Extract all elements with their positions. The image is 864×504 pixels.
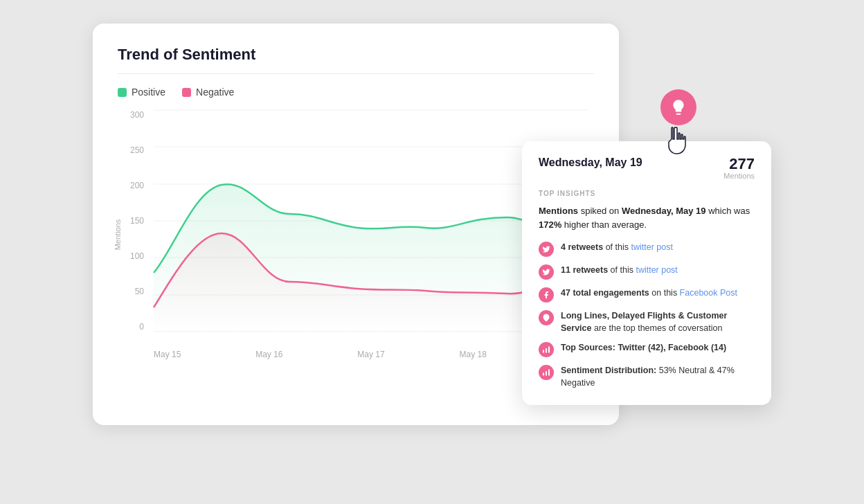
insight-mentions-word: Mentions	[539, 206, 578, 216]
tooltip-item-4-text: Long Lines, Delayed Flights & Customer S…	[561, 309, 755, 334]
tooltip-item-1-text: 4 retweets of this twitter post	[561, 241, 673, 253]
twitter-post-link-2[interactable]: twitter post	[636, 265, 677, 275]
y-label-250: 250	[130, 145, 144, 155]
tooltip-mentions-block: 277 Mentions	[723, 156, 755, 180]
sentiment-chart-icon	[542, 368, 550, 377]
twitter-icon-2	[539, 264, 554, 280]
svg-rect-11	[543, 350, 544, 353]
pointer-icon	[660, 89, 696, 161]
tooltip-mentions-label: Mentions	[723, 172, 755, 180]
chart-divider	[118, 73, 594, 74]
facebook-post-link[interactable]: Facebook Post	[680, 288, 737, 298]
y-axis-title: Mentions	[114, 219, 122, 251]
tooltip-card: Wednesday, May 19 277 Mentions TOP INSIG…	[522, 141, 771, 405]
x-label-may18: May 18	[459, 350, 486, 359]
tooltip-item-5-text: Top Sources: Twitter (42), Facebook (14)	[561, 341, 726, 354]
bar-chart-icon-1	[539, 342, 554, 357]
y-label-300: 300	[130, 110, 144, 120]
map-pin-icon	[542, 314, 550, 322]
lightbulb-icon	[669, 98, 687, 116]
bar-chart-icon	[542, 345, 550, 354]
negative-label: Negative	[196, 87, 234, 98]
svg-rect-14	[543, 373, 544, 376]
svg-rect-10	[546, 348, 547, 353]
tooltip-item-3: 47 total engagements on this Facebook Po…	[539, 287, 755, 303]
tooltip-item-6-text: Sentiment Distribution: 53% Neutral & 47…	[561, 364, 755, 389]
y-axis-labels: 300 250 200 150 100 50 0	[118, 110, 148, 332]
cursor-hand	[666, 127, 691, 161]
tooltip-header: Wednesday, May 19 277 Mentions	[539, 156, 755, 180]
y-label-200: 200	[130, 181, 144, 190]
tooltip-item-3-text: 47 total engagements on this Facebook Po…	[561, 287, 737, 299]
twitter-icon-1	[539, 242, 554, 257]
tooltip-item-4: Long Lines, Delayed Flights & Customer S…	[539, 309, 755, 334]
y-label-0: 0	[139, 322, 144, 332]
x-label-may16: May 16	[255, 350, 282, 359]
tooltip-items: 4 retweets of this twitter post 11 retwe…	[539, 241, 755, 390]
tooltip-insight-main: Mentions spiked on Wednesday, May 19 whi…	[539, 204, 755, 231]
location-icon	[539, 310, 554, 325]
tooltip-item-6: Sentiment Distribution: 53% Neutral & 47…	[539, 364, 755, 389]
tooltip-item-2: 11 retweets of this twitter post	[539, 264, 755, 280]
negative-dot	[182, 88, 191, 97]
x-label-may17: May 17	[357, 350, 384, 359]
tooltip-date: Wednesday, May 19	[539, 156, 642, 169]
tooltip-item-2-text: 11 retweets of this twitter post	[561, 264, 678, 276]
bar-chart-icon-2	[539, 365, 554, 380]
svg-rect-12	[548, 370, 550, 376]
tooltip-section-title: TOP INSIGHTS	[539, 190, 755, 197]
y-label-100: 100	[130, 251, 144, 261]
tooltip-item-1: 4 retweets of this twitter post	[539, 241, 755, 257]
insight-percent: 172%	[539, 219, 561, 230]
pointer-circle	[660, 89, 696, 125]
svg-rect-13	[546, 371, 547, 376]
twitter-bird-icon	[542, 245, 550, 253]
twitter-bird-icon-2	[542, 268, 550, 276]
legend-negative: Negative	[182, 87, 234, 98]
tooltip-item-5: Top Sources: Twitter (42), Facebook (14)	[539, 341, 755, 357]
svg-rect-9	[548, 347, 550, 353]
chart-title: Trend of Sentiment	[118, 46, 594, 64]
facebook-icon	[539, 287, 554, 303]
x-label-may15: May 15	[154, 350, 181, 359]
legend-positive: Positive	[118, 87, 165, 98]
positive-dot	[118, 88, 127, 97]
svg-point-8	[546, 316, 548, 318]
chart-legend: Positive Negative	[118, 87, 594, 98]
tooltip-mentions-count: 277	[723, 156, 755, 172]
positive-label: Positive	[132, 87, 165, 98]
insight-date-word: Wednesday, May 19	[622, 206, 706, 216]
y-label-150: 150	[130, 216, 144, 226]
twitter-post-link-1[interactable]: twitter post	[631, 242, 672, 252]
y-label-50: 50	[135, 287, 144, 296]
facebook-logo-icon	[542, 291, 550, 299]
